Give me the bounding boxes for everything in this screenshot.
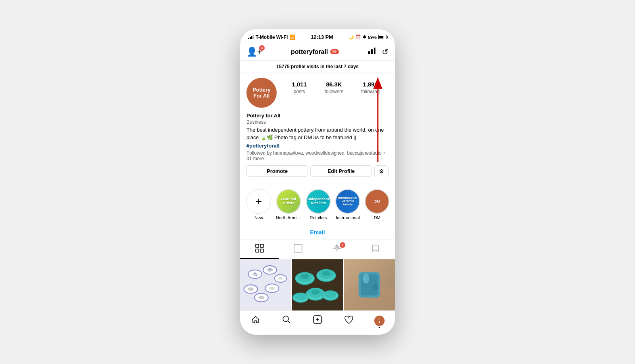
history-icon[interactable]: ↺ — [382, 47, 389, 57]
add-post-icon — [313, 315, 322, 327]
highlight-international-label: International — [336, 215, 360, 220]
followers-stat[interactable]: 86.3K followers — [325, 81, 343, 95]
profile-avatar[interactable]: PotteryFor All — [246, 78, 277, 108]
highlight-featured[interactable]: FeaturedArtists North Amer... — [276, 189, 301, 220]
settings-button[interactable]: ⚙ — [374, 165, 389, 177]
carrier-label: T-Mobile Wi-Fi — [256, 34, 288, 40]
svg-point-42 — [311, 289, 319, 295]
profile-name: Pottery for All — [246, 113, 389, 119]
photo-cell-2[interactable] — [292, 259, 343, 310]
highlight-featured-label: North Amer... — [276, 215, 301, 220]
tab-tagged[interactable]: 1 — [318, 240, 356, 259]
svg-point-22 — [269, 286, 275, 290]
svg-point-24 — [258, 296, 264, 299]
profile-stats: 1,011 posts 86.3K followers 1,891 follow… — [283, 78, 389, 95]
svg-point-51 — [363, 273, 369, 284]
svg-point-53 — [283, 316, 289, 322]
grid-icon — [255, 244, 264, 254]
profile-visits-bar: 15775 profile visits in the last 7 days — [240, 61, 395, 73]
followers-count: 86.3K — [325, 81, 343, 88]
following-stat[interactable]: 1,891 following — [361, 81, 380, 95]
nav-activity[interactable] — [340, 315, 357, 327]
bottom-nav: PA — [240, 310, 395, 335]
promote-button[interactable]: Promote — [246, 165, 308, 177]
svg-point-46 — [324, 291, 336, 298]
moon-icon: 🌙 — [348, 34, 354, 40]
username-text: potteryforall — [291, 48, 328, 56]
svg-rect-12 — [333, 248, 335, 249]
new-highlight-plus-icon: + — [256, 195, 262, 208]
svg-rect-3 — [256, 244, 259, 247]
phone-frame: T-Mobile Wi-Fi 📶 12:13 PM 🌙 ⏰ ✱ 59% 👤+ — [240, 29, 395, 334]
following-label: following — [361, 89, 380, 94]
svg-point-28 — [256, 274, 257, 276]
status-right: 🌙 ⏰ ✱ 59% — [348, 34, 387, 40]
email-link[interactable]: Email — [240, 225, 395, 240]
photo-cell-1[interactable] — [240, 259, 291, 310]
saved-icon — [371, 244, 380, 254]
svg-point-9 — [336, 247, 338, 248]
visits-count: 15775 — [276, 64, 289, 69]
tagged-badge: 1 — [340, 242, 345, 248]
notification-badge: 9+ — [330, 49, 339, 54]
alarm-icon: ⏰ — [356, 34, 361, 40]
feed-icon — [294, 244, 302, 254]
profile-top: PotteryFor All 1,011 posts 86.3K followe… — [246, 78, 389, 108]
action-buttons: Promote Edit Profile ⚙ — [246, 165, 389, 177]
add-people-button[interactable]: 👤+ 3 — [246, 47, 262, 57]
profile-hashtag[interactable]: #potteryforall — [246, 143, 389, 149]
edit-profile-button[interactable]: Edit Profile — [310, 165, 372, 177]
nav-profile[interactable]: PA — [371, 315, 388, 327]
visits-text: profile visits in the last 7 days — [291, 64, 359, 69]
highlight-new[interactable]: + New — [246, 189, 271, 220]
posts-count: 1,011 — [292, 81, 307, 88]
svg-rect-4 — [260, 244, 264, 247]
svg-line-54 — [288, 321, 290, 323]
followed-by: Followed by hannapavlova, woodwelldesign… — [246, 150, 389, 161]
status-bar: T-Mobile Wi-Fi 📶 12:13 PM 🌙 ⏰ ✱ 59% — [240, 29, 395, 43]
svg-point-26 — [278, 277, 283, 280]
wifi-icon: 📶 — [289, 34, 295, 40]
photo-grid — [240, 259, 395, 310]
svg-rect-6 — [260, 249, 264, 252]
status-left: T-Mobile Wi-Fi 📶 — [248, 34, 295, 40]
tab-grid[interactable] — [240, 240, 279, 259]
svg-rect-0 — [368, 51, 370, 54]
time-display: 12:13 PM — [311, 34, 333, 40]
nav-active-dot — [379, 327, 380, 328]
profile-bio: The best independent pottery from around… — [246, 126, 389, 141]
svg-rect-5 — [256, 249, 259, 252]
header-actions: ↺ — [368, 46, 389, 57]
svg-rect-1 — [371, 49, 373, 54]
profile-section: PotteryFor All 1,011 posts 86.3K followe… — [240, 73, 395, 184]
profile-type: Business — [246, 119, 389, 125]
tab-saved[interactable] — [356, 240, 395, 259]
settings-icon: ⚙ — [379, 168, 384, 174]
highlight-retailers[interactable]: IndependentRetailers Retailers — [306, 189, 331, 220]
svg-point-44 — [294, 293, 306, 300]
posts-label: posts — [294, 89, 305, 94]
instagram-header: 👤+ 3 potteryforall 9+ ↺ — [240, 43, 395, 61]
heart-icon — [344, 315, 353, 327]
svg-point-36 — [300, 274, 309, 279]
svg-rect-11 — [337, 251, 337, 252]
nav-home[interactable] — [247, 315, 264, 327]
add-people-badge: 3 — [259, 45, 265, 51]
svg-point-29 — [269, 268, 271, 270]
followers-label: followers — [325, 89, 343, 94]
svg-rect-7 — [294, 244, 302, 252]
svg-rect-30 — [292, 259, 343, 310]
photo-cell-3[interactable] — [344, 259, 395, 310]
svg-point-52 — [373, 284, 378, 290]
nav-add-post[interactable] — [309, 315, 326, 327]
nav-search[interactable] — [278, 315, 295, 327]
highlight-international[interactable]: InternationalCeramicArtists Internationa… — [335, 189, 360, 220]
tab-feed[interactable] — [279, 240, 318, 259]
svg-rect-13 — [339, 248, 341, 249]
content-tabs: 1 — [240, 240, 395, 259]
insights-icon[interactable] — [368, 46, 376, 57]
nav-profile-avatar: PA — [374, 316, 385, 326]
highlight-dm[interactable]: DM DM — [365, 189, 389, 220]
bluetooth-icon: ✱ — [363, 34, 366, 40]
highlight-retailers-label: Retailers — [310, 215, 327, 220]
